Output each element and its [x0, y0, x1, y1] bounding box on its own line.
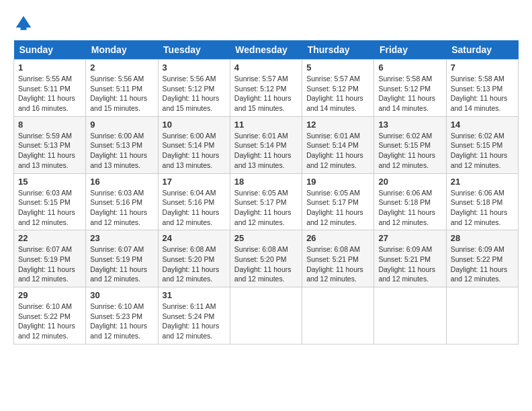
svg-marker-0	[16, 16, 32, 28]
calendar-week-4: 22 Sunrise: 6:07 AM Sunset: 5:19 PM Dayl…	[14, 230, 519, 287]
day-number: 28	[451, 233, 514, 243]
calendar-day-18: 18 Sunrise: 6:05 AM Sunset: 5:17 PM Dayl…	[230, 173, 302, 230]
calendar-day-28: 28 Sunrise: 6:09 AM Sunset: 5:22 PM Dayl…	[446, 230, 518, 287]
day-number: 8	[18, 120, 81, 130]
day-number: 10	[163, 120, 226, 130]
day-number: 31	[163, 290, 226, 300]
empty-cell	[302, 287, 374, 345]
calendar-day-2: 2 Sunrise: 5:56 AM Sunset: 5:11 PM Dayli…	[86, 60, 158, 117]
day-number: 22	[18, 233, 81, 243]
calendar-header-sunday: Sunday	[14, 40, 86, 60]
day-info: Sunrise: 5:56 AM Sunset: 5:12 PM Dayligh…	[163, 74, 226, 113]
calendar-day-19: 19 Sunrise: 6:05 AM Sunset: 5:17 PM Dayl…	[302, 173, 374, 230]
day-info: Sunrise: 6:00 AM Sunset: 5:13 PM Dayligh…	[90, 131, 153, 171]
day-info: Sunrise: 6:11 AM Sunset: 5:24 PM Dayligh…	[163, 302, 226, 341]
day-number: 4	[234, 62, 298, 73]
calendar-week-5: 29 Sunrise: 6:10 AM Sunset: 5:22 PM Dayl…	[14, 287, 519, 345]
calendar-day-23: 23 Sunrise: 6:07 AM Sunset: 5:19 PM Dayl…	[86, 230, 158, 287]
day-number: 20	[378, 177, 441, 187]
day-number: 30	[90, 290, 153, 300]
logo	[13, 13, 36, 34]
day-info: Sunrise: 6:04 AM Sunset: 5:16 PM Dayligh…	[163, 188, 226, 228]
day-number: 16	[90, 177, 153, 187]
calendar-day-11: 11 Sunrise: 6:01 AM Sunset: 5:14 PM Dayl…	[230, 116, 302, 173]
calendar-day-9: 9 Sunrise: 6:00 AM Sunset: 5:13 PM Dayli…	[86, 116, 158, 173]
calendar-day-15: 15 Sunrise: 6:03 AM Sunset: 5:15 PM Dayl…	[14, 173, 86, 230]
day-info: Sunrise: 5:57 AM Sunset: 5:12 PM Dayligh…	[306, 74, 369, 113]
day-info: Sunrise: 6:08 AM Sunset: 5:20 PM Dayligh…	[163, 244, 226, 284]
calendar-day-17: 17 Sunrise: 6:04 AM Sunset: 5:16 PM Dayl…	[158, 173, 230, 230]
calendar-header-thursday: Thursday	[302, 40, 374, 60]
calendar-day-4: 4 Sunrise: 5:57 AM Sunset: 5:12 PM Dayli…	[230, 60, 302, 117]
day-number: 7	[451, 62, 514, 73]
day-info: Sunrise: 6:07 AM Sunset: 5:19 PM Dayligh…	[18, 244, 81, 284]
page-header	[13, 13, 519, 34]
day-info: Sunrise: 5:58 AM Sunset: 5:13 PM Dayligh…	[451, 74, 514, 113]
day-number: 19	[306, 177, 369, 187]
calendar-day-16: 16 Sunrise: 6:03 AM Sunset: 5:16 PM Dayl…	[86, 173, 158, 230]
day-info: Sunrise: 5:59 AM Sunset: 5:13 PM Dayligh…	[18, 131, 81, 171]
day-info: Sunrise: 6:06 AM Sunset: 5:18 PM Dayligh…	[378, 188, 441, 228]
day-number: 15	[18, 177, 81, 187]
day-info: Sunrise: 6:02 AM Sunset: 5:15 PM Dayligh…	[451, 131, 514, 171]
calendar-day-13: 13 Sunrise: 6:02 AM Sunset: 5:15 PM Dayl…	[374, 116, 446, 173]
day-info: Sunrise: 6:01 AM Sunset: 5:14 PM Dayligh…	[306, 131, 369, 171]
calendar-header-friday: Friday	[374, 40, 446, 60]
day-info: Sunrise: 6:08 AM Sunset: 5:21 PM Dayligh…	[306, 244, 369, 284]
day-number: 11	[234, 120, 298, 130]
day-number: 14	[451, 120, 514, 130]
day-number: 5	[306, 62, 369, 73]
day-number: 17	[163, 177, 226, 187]
day-number: 2	[90, 62, 153, 73]
logo-icon	[13, 13, 34, 34]
day-info: Sunrise: 5:55 AM Sunset: 5:11 PM Dayligh…	[18, 74, 81, 113]
calendar-header-wednesday: Wednesday	[230, 40, 302, 60]
day-number: 29	[18, 290, 81, 300]
empty-cell	[446, 287, 518, 345]
day-info: Sunrise: 6:05 AM Sunset: 5:17 PM Dayligh…	[234, 188, 298, 228]
day-info: Sunrise: 5:57 AM Sunset: 5:12 PM Dayligh…	[234, 74, 298, 113]
calendar-day-30: 30 Sunrise: 6:10 AM Sunset: 5:23 PM Dayl…	[86, 287, 158, 345]
day-number: 27	[378, 233, 441, 243]
day-number: 13	[378, 120, 441, 130]
day-number: 25	[234, 233, 298, 243]
calendar-day-26: 26 Sunrise: 6:08 AM Sunset: 5:21 PM Dayl…	[302, 230, 374, 287]
calendar-day-5: 5 Sunrise: 5:57 AM Sunset: 5:12 PM Dayli…	[302, 60, 374, 117]
day-info: Sunrise: 6:10 AM Sunset: 5:22 PM Dayligh…	[18, 302, 81, 341]
day-info: Sunrise: 6:09 AM Sunset: 5:21 PM Dayligh…	[378, 244, 441, 284]
day-info: Sunrise: 6:08 AM Sunset: 5:20 PM Dayligh…	[234, 244, 298, 284]
day-number: 26	[306, 233, 369, 243]
calendar-week-3: 15 Sunrise: 6:03 AM Sunset: 5:15 PM Dayl…	[14, 173, 519, 230]
day-number: 21	[451, 177, 514, 187]
calendar-header-tuesday: Tuesday	[158, 40, 230, 60]
empty-cell	[230, 287, 302, 345]
day-info: Sunrise: 6:06 AM Sunset: 5:18 PM Dayligh…	[451, 188, 514, 228]
calendar-day-1: 1 Sunrise: 5:55 AM Sunset: 5:11 PM Dayli…	[14, 60, 86, 117]
day-info: Sunrise: 6:02 AM Sunset: 5:15 PM Dayligh…	[378, 131, 441, 171]
day-info: Sunrise: 6:07 AM Sunset: 5:19 PM Dayligh…	[90, 244, 153, 284]
day-number: 24	[163, 233, 226, 243]
day-number: 1	[18, 62, 81, 73]
day-number: 9	[90, 120, 153, 130]
calendar-day-8: 8 Sunrise: 5:59 AM Sunset: 5:13 PM Dayli…	[14, 116, 86, 173]
calendar-day-12: 12 Sunrise: 6:01 AM Sunset: 5:14 PM Dayl…	[302, 116, 374, 173]
calendar-day-21: 21 Sunrise: 6:06 AM Sunset: 5:18 PM Dayl…	[446, 173, 518, 230]
day-info: Sunrise: 6:10 AM Sunset: 5:23 PM Dayligh…	[90, 302, 153, 341]
day-info: Sunrise: 5:56 AM Sunset: 5:11 PM Dayligh…	[90, 74, 153, 113]
calendar-day-3: 3 Sunrise: 5:56 AM Sunset: 5:12 PM Dayli…	[158, 60, 230, 117]
day-info: Sunrise: 5:58 AM Sunset: 5:12 PM Dayligh…	[378, 74, 441, 113]
calendar-day-10: 10 Sunrise: 6:00 AM Sunset: 5:14 PM Dayl…	[158, 116, 230, 173]
day-info: Sunrise: 6:03 AM Sunset: 5:16 PM Dayligh…	[90, 188, 153, 228]
day-number: 3	[163, 62, 226, 73]
calendar-week-1: 1 Sunrise: 5:55 AM Sunset: 5:11 PM Dayli…	[14, 60, 519, 117]
calendar-day-22: 22 Sunrise: 6:07 AM Sunset: 5:19 PM Dayl…	[14, 230, 86, 287]
calendar-day-6: 6 Sunrise: 5:58 AM Sunset: 5:12 PM Dayli…	[374, 60, 446, 117]
day-info: Sunrise: 6:05 AM Sunset: 5:17 PM Dayligh…	[306, 188, 369, 228]
calendar-day-25: 25 Sunrise: 6:08 AM Sunset: 5:20 PM Dayl…	[230, 230, 302, 287]
day-info: Sunrise: 6:01 AM Sunset: 5:14 PM Dayligh…	[234, 131, 298, 171]
calendar-header-saturday: Saturday	[446, 40, 518, 60]
calendar-day-27: 27 Sunrise: 6:09 AM Sunset: 5:21 PM Dayl…	[374, 230, 446, 287]
day-info: Sunrise: 6:00 AM Sunset: 5:14 PM Dayligh…	[163, 131, 226, 171]
day-number: 12	[306, 120, 369, 130]
calendar-header-row: SundayMondayTuesdayWednesdayThursdayFrid…	[14, 40, 519, 60]
